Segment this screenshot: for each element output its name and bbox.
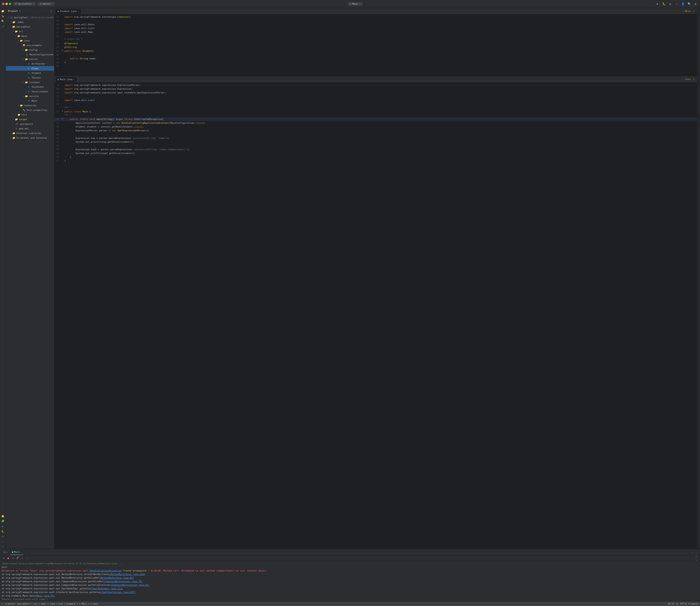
tree-arrow-TestEvent[interactable]	[24, 86, 27, 88]
tree-arrow-service[interactable]: ▾	[22, 95, 25, 98]
rerun-button[interactable]: ↺	[2, 556, 5, 560]
maximize-window-button[interactable]	[9, 3, 11, 5]
plugins-icon[interactable]: 🧩	[1, 519, 5, 523]
pin-button[interactable]: 📌	[16, 556, 19, 560]
search-button[interactable]: 🔍	[687, 2, 692, 6]
tree-arrow-config[interactable]: ▾	[22, 48, 25, 51]
stack-link-8[interactable]: (SpelExpression.java:207)	[100, 591, 136, 593]
run-gutter-icon-2[interactable]: ▶	[62, 117, 63, 119]
tree-arrow-springtest-root[interactable]: ▾	[7, 16, 10, 19]
tree-arrow-Student[interactable]	[24, 72, 27, 74]
create-breakpoint-link[interactable]: Create breakpoint	[123, 569, 148, 572]
git-branch-status[interactable]: ⎇ master	[5, 603, 15, 605]
stack-link-6[interactable]: (CompoundExpression.java:91)	[111, 584, 149, 586]
debug-panel-icon[interactable]: 🐛	[1, 529, 5, 534]
tree-arrow-Teacher[interactable]	[24, 76, 27, 79]
settings-button[interactable]: ⚙	[693, 2, 698, 6]
tree-item-main[interactable]: ▾📂main	[6, 34, 54, 38]
tree-item-.gitignore[interactable]: ⎇.gitignore	[6, 122, 54, 126]
run-button[interactable]: ▶	[655, 2, 660, 6]
code-editor-2[interactable]: 9import org.springframework.expression.E…	[54, 83, 697, 549]
tree-item-pom.xml[interactable]: Xpom.xml	[6, 126, 54, 131]
tree-arrow-entity[interactable]: ▾	[22, 57, 25, 61]
tree-item-src[interactable]: ▾📂src	[6, 29, 54, 34]
tree-item-service[interactable]: ▾📂service	[6, 94, 54, 98]
tree-arrow-org.example[interactable]: ▾	[19, 44, 22, 47]
tree-item-config[interactable]: ▾📂config	[6, 48, 54, 52]
stack-link-4[interactable]: (MethodReference.java:83)	[99, 577, 134, 579]
tab-close-button[interactable]: ✕	[78, 10, 79, 13]
tree-item-Main[interactable]: CMain	[6, 98, 54, 103]
problems-icon[interactable]: ⚠	[1, 539, 5, 544]
tree-item-ArtTeacher[interactable]: CArtTeacher	[6, 62, 54, 66]
encoding[interactable]: UTF-8	[680, 603, 686, 605]
services-icon[interactable]: ⚙	[1, 534, 5, 539]
tree-item-listener[interactable]: ▾📂listener	[6, 80, 54, 85]
main-tab-close[interactable]: ✕	[20, 551, 21, 553]
tree-item-TestEvent[interactable]: CTestEvent	[6, 85, 54, 89]
tree-options-button[interactable]: ⚙	[50, 10, 52, 13]
tree-item-Class[interactable]: CClass	[6, 66, 54, 71]
tree-item-entity[interactable]: ▾📂entity	[6, 57, 54, 62]
line-ending[interactable]: LF	[676, 603, 679, 605]
exception-link[interactable]: SpelEvaluationException	[90, 569, 121, 572]
panel-more-button[interactable]: ⋯	[690, 551, 694, 554]
tree-arrow-test.properties[interactable]	[19, 109, 22, 112]
close-window-button[interactable]	[2, 3, 4, 5]
tree-item-scratches[interactable]: ▸📁Scratches and Consoles	[6, 136, 54, 140]
more-run-button[interactable]: ⋯	[25, 556, 29, 560]
run-tab[interactable]: Run	[2, 550, 9, 555]
tree-item-springtest-root[interactable]: ▾🗂SpringTest ~/Desktop/CS/JavaEE/2 Java …	[6, 15, 54, 20]
tree-arrow-pom.xml[interactable]	[12, 127, 15, 130]
scroll-up-button[interactable]: ▲	[695, 554, 698, 558]
tab-main-java[interactable]: ◉ Main.java ✕	[55, 76, 77, 82]
cursor-position[interactable]: 16:72	[668, 603, 674, 605]
tree-item-external-libraries[interactable]: ▸📁External Libraries	[6, 131, 54, 136]
tree-item-org.example[interactable]: ▾📦org.example	[6, 43, 54, 48]
find-icon[interactable]: 🔍	[1, 19, 5, 24]
stop-button[interactable]: ■	[6, 556, 10, 560]
tree-arrow-springtest[interactable]: ▾	[9, 25, 12, 28]
chevron-down-icon-2[interactable]: ∨	[690, 78, 691, 80]
chevron-up-icon-2[interactable]: ∧	[688, 78, 689, 80]
panel-minimize-button[interactable]: —	[695, 551, 698, 554]
coverage-button[interactable]: ◎	[668, 2, 673, 6]
tree-item-Student[interactable]: CStudent	[6, 71, 54, 75]
bookmarks-icon[interactable]: 🔖	[1, 14, 5, 19]
tree-arrow-MainConfiguration[interactable]	[22, 53, 25, 56]
more-actions-button[interactable]: ⋯	[674, 2, 679, 6]
tree-item-MainConfiguration[interactable]: CMainConfiguration	[6, 52, 54, 57]
tree-item-Teacher[interactable]: CTeacher	[6, 75, 54, 80]
tree-arrow-target[interactable]: ▸	[12, 118, 15, 121]
tree-item-test.properties[interactable]: 🔧test.properties	[6, 108, 54, 112]
code-editor-1[interactable]: 17import org.springframework.stereotype.…	[54, 14, 697, 75]
tree-item-target[interactable]: ▸📁target	[6, 117, 54, 122]
stack-link-5[interactable]: (CompoundExpression.java:70)	[103, 580, 142, 583]
tree-arrow-Class[interactable]	[24, 67, 27, 70]
tree-item-TestListener[interactable]: CTestListener	[6, 89, 54, 94]
tree-arrow-Main[interactable]	[24, 99, 27, 102]
chevron-down-icon[interactable]: ∨	[690, 10, 691, 12]
stack-link-3[interactable]: (MethodReference.java:156)	[109, 573, 145, 576]
pane-more-button[interactable]: ⋯	[692, 9, 696, 14]
git-icon[interactable]: ⎇	[1, 24, 5, 29]
indent-status[interactable]: 4 spaces	[688, 603, 698, 605]
tree-item-resources[interactable]: ▾📂resources	[6, 103, 54, 108]
tree-arrow-main[interactable]: ▾	[14, 34, 17, 38]
stack-link-9[interactable]: (Main.java:25)	[35, 595, 55, 597]
run-config-selector[interactable]: ▣ Main ▾	[348, 2, 363, 6]
terminal-icon[interactable]: ⌨	[1, 544, 5, 549]
tree-arrow-src[interactable]: ▾	[12, 30, 15, 33]
debug-button[interactable]: 🐛	[662, 2, 666, 6]
run-gutter-icon[interactable]: ▶	[62, 49, 63, 51]
tab-close-button-2[interactable]: ✕	[73, 78, 75, 80]
branch-selector[interactable]: ⎇ master ▾	[38, 2, 55, 6]
run-gutter-icon-2[interactable]: ▶	[62, 110, 63, 112]
tree-arrow-scratches[interactable]: ▸	[9, 136, 12, 139]
tree-arrow-ArtTeacher[interactable]	[24, 62, 27, 65]
project-selector[interactable]: ST SpringTest ▾	[13, 2, 36, 6]
notifications-icon[interactable]: 🔔	[1, 514, 5, 518]
restore-button[interactable]: ⊞	[11, 556, 15, 560]
chevron-up-icon[interactable]: ∧	[688, 10, 689, 12]
stack-link-7[interactable]: (SpelNodeImpl.java:112)	[91, 587, 123, 590]
